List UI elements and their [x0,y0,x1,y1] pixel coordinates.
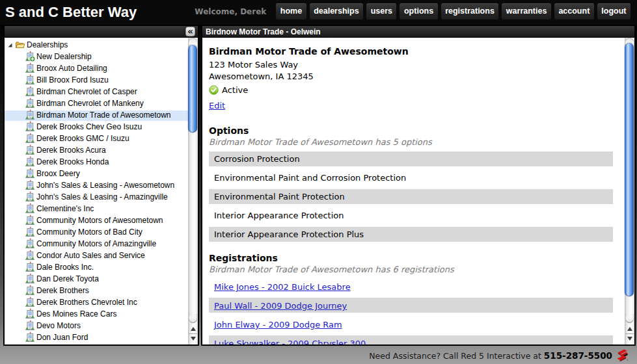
status-label: Active [222,85,248,95]
sidebar-panel: « Dealerships New DealershipBroox Auto D… [3,25,199,346]
tree-item-label: Community Motors of Awesometown [36,216,163,225]
tree-item[interactable]: Community Motors of Bad City [5,226,188,238]
tree-item[interactable]: Derek Brooks Acura [5,144,188,156]
tree-item-label: New Dealership [36,52,92,61]
building-icon [25,297,35,307]
top-nav: Welcome, Derek homedealershipsusersoptio… [195,3,630,20]
building-icon [25,110,35,120]
tree-item-label: Derek Brothers [36,286,89,295]
tree-item-label: Dale Brooks Inc. [36,263,94,272]
building-icon [25,285,35,296]
tree-item-label: Derek Brooks Chev Geo Isuzu [36,122,142,131]
building-icon [25,63,35,73]
tree-item-label: Des Moines Race Cars [36,309,116,318]
detail-scroll-down-button[interactable] [625,334,634,343]
sidebar-scrollbar-thumb[interactable] [188,45,197,133]
tree-item[interactable]: Dale Brooks Inc. [5,261,188,273]
app-title: S and C Better Way [5,4,137,21]
sidebar-panel-header: « [5,26,198,38]
building-icon [25,145,35,155]
tree-item[interactable]: John's Sales & Leasing - Awesometown [5,179,188,191]
sidebar-scroll-down-button[interactable] [188,334,198,343]
dealer-name: Birdman Motor Trade of Awesometown [209,46,613,57]
building-icon [25,250,35,261]
tree-item[interactable]: Broox Auto Detailing [5,62,188,74]
status-row: Active [209,85,613,94]
dealer-address-line1: 123 Motor Sales Way [209,59,613,71]
tree-item-label: Community Motors of Amazingville [36,239,156,248]
tree-item-label: Condor Auto Sales and Service [36,251,145,260]
tree-item[interactable]: New Dealership [5,51,188,62]
tree-item-label: Don Juan Ford [36,333,88,342]
tree-expanded-caret-icon [8,43,12,47]
building-icon [25,332,35,343]
registration-link[interactable]: Mike Jones - 2002 Buick Lesabre [214,282,351,292]
option-row: Environmental Paint Protection [209,189,613,204]
sidebar-scrollbar[interactable] [188,38,198,344]
building-icon [25,180,35,190]
tree-item[interactable]: Derek Brothers Chevrolet Inc [5,296,188,308]
footer-assistance-text: Need Assistance? Call Red 5 Interactive … [369,350,612,361]
registration-link[interactable]: John Elway - 2009 Dodge Ram [214,320,342,330]
footer-text-label: Need Assistance? Call Red 5 Interactive … [369,351,544,361]
tree-item[interactable]: Derek Brooks GMC / Isuzu [5,133,188,144]
welcome-text: Welcome, Derek [195,7,266,16]
tree-item-label: Dan Derek Toyota [36,274,99,283]
tree-item[interactable]: Condor Auto Sales and Service [5,250,188,261]
footer-bar: Need Assistance? Call Red 5 Interactive … [0,346,637,364]
tree-item[interactable]: Derek Brothers [5,285,188,296]
detail-scrollbar[interactable] [625,38,634,344]
tree-item-label: Derek Brooks GMC / Isuzu [36,134,129,143]
building-icon [25,192,35,202]
options-subtitle: Birdman Motor Trade of Awesometown has 5… [209,137,613,147]
tree-root-dealerships[interactable]: Dealerships [5,39,188,51]
registration-link[interactable]: Paul Wall - 2009 Dodge Journey [214,301,347,311]
tree-item[interactable]: Community Motors of Awesometown [5,214,188,226]
building-icon [25,320,35,331]
nav-registrations-button[interactable]: registrations [441,3,499,20]
nav-dealerships-button[interactable]: dealerships [310,3,363,20]
tree-item[interactable]: John's Sales & Leasing - Amazingville [5,191,188,203]
tree-item[interactable]: Derek Brooks Chev Geo Isuzu [5,121,188,133]
option-row: Corrosion Protection [209,151,613,166]
option-row: Interior Appearance Protection [209,208,613,223]
building-icon [25,75,35,85]
tree-item[interactable]: Bill Broox Ford Isuzu [5,74,188,86]
tree-item-label: Bill Broox Ford Isuzu [36,75,109,84]
tree-item[interactable]: Birdman Chevrolet of Mankeny [5,98,188,109]
tree-item[interactable]: Devo Motors [5,320,188,332]
option-row: Interior Appearance Protection Plus [209,227,613,242]
tree-item-label: Broox Deery [36,169,80,178]
tree-item[interactable]: Community Motors of Amazingville [5,238,188,250]
nav-account-button[interactable]: account [554,3,594,20]
tree-item[interactable]: Broox Deery [5,168,188,179]
building-icon [25,227,35,237]
tree-item[interactable]: Birdman Chevrolet of Casper [5,86,188,98]
collapse-sidebar-button[interactable]: « [185,27,195,36]
nav-warranties-button[interactable]: warranties [502,3,551,20]
edit-link[interactable]: Edit [209,101,225,110]
active-status-icon [209,85,219,95]
nav-home-button[interactable]: home [276,3,306,20]
registration-row: John Elway - 2009 Dodge Ram [209,317,613,332]
detail-scrollbar-thumb[interactable] [625,43,634,296]
sidebar-scroll-up-button[interactable] [188,324,198,333]
nav-options-button[interactable]: options [400,3,437,20]
dealer-detail-content: Birdman Motor Trade of Awesometown 123 M… [202,38,625,344]
building-add-icon [25,51,35,62]
tree-item[interactable]: Des Moines Race Cars [5,308,188,320]
detail-scrollbar-cap [625,314,634,323]
building-icon [25,86,35,97]
registration-row: Luke Skywalker - 2009 Chrysler 300 [209,335,613,344]
nav-logout-button[interactable]: logout [597,3,630,20]
tree-item[interactable]: Dan Derek Toyota [5,273,188,285]
building-icon [25,239,35,249]
tree-item[interactable]: Derek Brooks Honda [5,156,188,168]
tree-item-label: Clementine's Inc [36,204,94,213]
nav-users-button[interactable]: users [366,3,396,20]
tree-item-selected[interactable]: Birdman Motor Trade of Awesometown [5,109,188,121]
detail-scroll-up-button[interactable] [625,324,634,333]
tree-item[interactable]: Don Juan Ford [5,332,188,343]
tree-item[interactable]: Clementine's Inc [5,203,188,214]
registration-link[interactable]: Luke Skywalker - 2009 Chrysler 300 [214,339,366,344]
